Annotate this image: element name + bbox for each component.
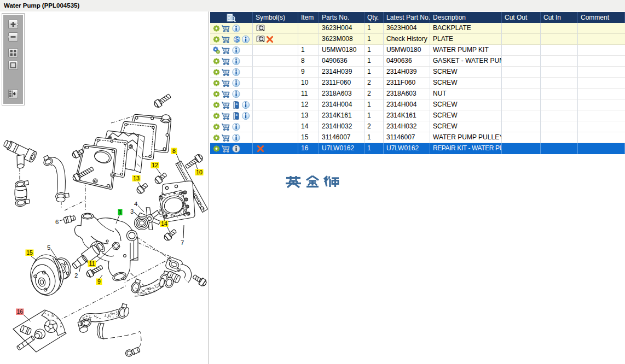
svg-text:14: 14 (161, 220, 167, 227)
svg-text:7: 7 (181, 239, 184, 246)
svg-text:9: 9 (97, 278, 101, 285)
svg-text:1: 1 (119, 209, 122, 215)
svg-text:15: 15 (26, 249, 33, 256)
svg-text:4: 4 (134, 201, 138, 207)
svg-text:16: 16 (16, 308, 23, 315)
svg-text:8: 8 (172, 148, 176, 154)
svg-text:3: 3 (130, 208, 134, 215)
svg-text:6: 6 (55, 219, 59, 225)
svg-text:12: 12 (152, 162, 158, 168)
svg-text:2: 2 (74, 272, 78, 279)
svg-text:13: 13 (133, 175, 140, 181)
svg-text:11: 11 (89, 260, 95, 267)
svg-text:5: 5 (47, 244, 50, 251)
svg-text:10: 10 (196, 169, 202, 175)
